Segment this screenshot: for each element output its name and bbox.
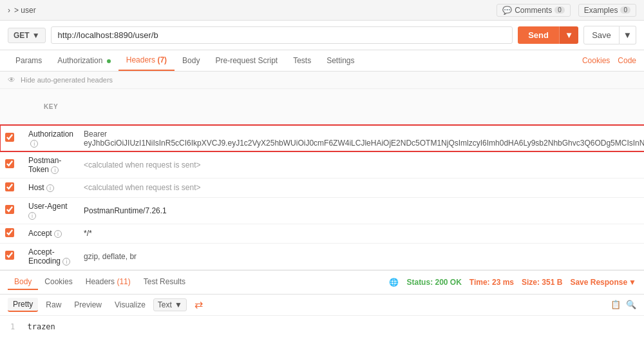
info-icon: i	[28, 212, 36, 220]
size-text: Size: 351 B	[522, 278, 562, 287]
url-bar: GET ▼ Send ▼ Save ▼	[0, 21, 644, 50]
raw-button[interactable]: Raw	[41, 298, 66, 311]
line-number: 1	[10, 322, 15, 331]
pretty-button[interactable]: Pretty	[8, 298, 38, 312]
top-bar: › > user 💬 Comments 0 Examples 0	[0, 0, 644, 21]
headers-table-container: KEY VALUE DESCRIPTION ··· Bulk Edit Pres…	[0, 89, 644, 270]
resp-tab-cookies[interactable]: Cookies	[38, 275, 79, 290]
table-row: Accept-Encoding i gzip, deflate, br	[0, 243, 644, 269]
resp-tab-headers[interactable]: Headers (11)	[79, 275, 137, 290]
breadcrumb: › > user	[8, 6, 36, 15]
headers-section: 👁 Hide auto-generated headers	[0, 72, 644, 89]
response-meta: 🌐 Status: 200 OK Time: 23 ms Size: 351 B…	[389, 278, 636, 287]
url-input[interactable]	[51, 26, 513, 44]
hide-auto-headers-button[interactable]: Hide auto-generated headers	[21, 76, 113, 84]
comments-button[interactable]: 💬 Comments 0	[497, 4, 571, 17]
save-dropdown-button[interactable]: ▼	[620, 26, 636, 44]
row-checkbox-user-agent[interactable]	[5, 205, 14, 214]
cookies-link[interactable]: Cookies	[582, 56, 610, 65]
method-label: GET	[14, 31, 30, 40]
row-checkbox-authorization[interactable]	[5, 133, 14, 142]
globe-icon[interactable]: 🌐	[389, 278, 399, 287]
response-bar: Body Cookies Headers (11) Test Results 🌐…	[0, 270, 644, 295]
authorization-dot	[107, 59, 111, 63]
visualize-button[interactable]: Visualize	[109, 298, 151, 311]
copy-icon[interactable]: 📋	[611, 300, 621, 309]
table-column-headers: KEY VALUE DESCRIPTION ··· Bulk Edit Pres…	[0, 89, 644, 125]
code-value: trazen	[27, 322, 55, 331]
time-text: Time: 23 ms	[469, 278, 514, 287]
save-group: Save ▼	[583, 26, 636, 44]
chevron-icon: ›	[8, 6, 10, 15]
row-checkbox-postman-token[interactable]	[5, 159, 14, 168]
method-dropdown[interactable]: GET ▼	[8, 28, 46, 43]
code-link[interactable]: Code	[618, 56, 636, 65]
resp-tab-test-results[interactable]: Test Results	[137, 275, 192, 290]
tab-pre-request-script[interactable]: Pre-request Script	[207, 51, 285, 70]
tab-bar-right: Cookies Code	[582, 56, 636, 65]
tab-settings[interactable]: Settings	[319, 51, 362, 70]
search-icon[interactable]: 🔍	[626, 300, 636, 309]
request-tabs: Params Authorization Headers (7) Body Pr…	[0, 50, 644, 72]
tab-headers[interactable]: Headers (7)	[118, 50, 175, 71]
format-bar: Pretty Raw Preview Visualize Text ▼ ⇄ 📋 …	[0, 295, 644, 316]
format-bar-right: 📋 🔍	[611, 300, 636, 309]
headers-table: KEY VALUE DESCRIPTION ··· Bulk Edit Pres…	[0, 89, 644, 270]
tab-authorization[interactable]: Authorization	[50, 51, 118, 70]
status-text: Status: 200 OK	[406, 278, 461, 287]
text-type-dropdown[interactable]: Text ▼	[153, 298, 187, 311]
value-authorization: Bearer eyJhbGciOiJIUzI1NiIsInR5cCI6IkpXV…	[79, 125, 644, 151]
info-icon: i	[54, 230, 62, 238]
chevron-down-icon: ▼	[629, 278, 636, 287]
send-group: Send ▼	[518, 26, 578, 44]
info-icon: i	[62, 258, 70, 266]
save-response-button[interactable]: Save Response ▼	[570, 278, 636, 287]
col-header-key: KEY	[23, 89, 79, 125]
preview-button[interactable]: Preview	[69, 298, 107, 311]
col-header-value: VALUE	[79, 89, 644, 125]
table-row: Authorization i Bearer eyJhbGciOiJIUzI1N…	[0, 125, 644, 151]
send-button[interactable]: Send	[518, 26, 559, 44]
tab-tests[interactable]: Tests	[285, 51, 319, 70]
chevron-down-icon: ▼	[32, 31, 40, 40]
top-bar-actions: 💬 Comments 0 Examples 0	[497, 4, 636, 17]
comment-icon: 💬	[502, 6, 512, 15]
info-icon: i	[30, 140, 38, 148]
resp-tab-body[interactable]: Body	[8, 275, 38, 290]
row-checkbox-accept[interactable]	[5, 228, 14, 237]
info-icon: i	[51, 166, 59, 174]
examples-button[interactable]: Examples 0	[578, 4, 636, 17]
eye-icon: 👁	[8, 75, 15, 84]
response-tabs: Body Cookies Headers (11) Test Results	[8, 275, 192, 290]
wrap-icon[interactable]: ⇄	[194, 298, 203, 311]
chevron-down-icon: ▼	[175, 300, 182, 309]
table-row: User-Agent i PostmanRuntime/7.26.1	[0, 197, 644, 224]
code-line-1: 1 trazen	[10, 322, 634, 331]
info-icon: i	[46, 184, 54, 192]
table-row: Postman-Token i <calculated when request…	[0, 151, 644, 178]
row-checkbox-host[interactable]	[5, 182, 14, 191]
table-row: Host i <calculated when request is sent>	[0, 178, 644, 197]
tab-params[interactable]: Params	[8, 51, 50, 70]
send-dropdown-button[interactable]: ▼	[559, 26, 578, 44]
key-authorization: Authorization	[28, 130, 73, 139]
table-row: Accept i */*	[0, 224, 644, 243]
code-output: 1 trazen	[0, 316, 644, 338]
save-button[interactable]: Save	[583, 26, 620, 44]
row-checkbox-accept-encoding[interactable]	[5, 251, 14, 260]
tab-body[interactable]: Body	[175, 51, 207, 70]
